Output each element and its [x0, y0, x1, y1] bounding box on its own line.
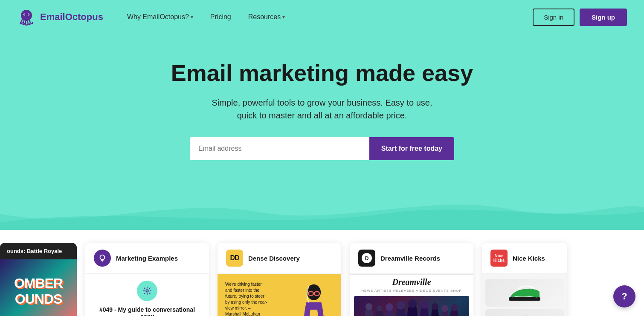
- card-body: #049 - My guide to conversational copy (…: [85, 274, 209, 316]
- chevron-down-icon: ▾: [282, 14, 285, 20]
- svg-point-32: [451, 304, 458, 311]
- article-title: #049 - My guide to conversational copy: [94, 306, 200, 316]
- shoe-icon-2: [505, 311, 544, 316]
- svg-point-30: [441, 305, 448, 312]
- svg-text:D: D: [365, 256, 369, 261]
- card-header: NiceKicks Nice Kicks: [482, 243, 567, 274]
- card-name: ounds: Battle Royale: [0, 243, 77, 259]
- hero-title: Email marketing made easy: [9, 60, 635, 86]
- card-logo: D: [358, 250, 375, 267]
- article-icon: [137, 281, 157, 301]
- nav-resources[interactable]: Resources ▾: [241, 10, 292, 24]
- hero-wave: [0, 188, 644, 230]
- svg-point-0: [21, 10, 32, 21]
- group-photo: [360, 298, 463, 316]
- svg-rect-33: [509, 297, 540, 301]
- website-nav: NEWS ARTISTS RELEASES VIDEOS EVENTS SHOP: [354, 289, 469, 293]
- signin-button[interactable]: Sign in: [533, 9, 574, 26]
- help-button[interactable]: ?: [613, 285, 635, 307]
- card-logo: NiceKicks: [490, 250, 508, 267]
- website-title: Dreamville: [354, 277, 469, 287]
- list-item: NiceKicks Nice Kicks: [482, 243, 567, 316]
- card-name: Marketing Examples: [116, 255, 178, 262]
- list-item: Marketing Examples #049 - My guide to co…: [85, 243, 209, 316]
- chevron-down-icon: ▾: [191, 14, 193, 20]
- signup-button[interactable]: Sign up: [580, 9, 627, 26]
- svg-point-28: [432, 303, 438, 310]
- cards-track: ounds: Battle Royale OMBEROUNDS: [0, 243, 644, 316]
- hero-subtitle: Simple, powerful tools to grow your busi…: [203, 96, 441, 122]
- logo-text: EmailOctopus: [40, 11, 103, 23]
- settings-icon: [142, 286, 152, 296]
- card-header: Marketing Examples: [85, 243, 209, 274]
- navigation: EmailOctopus Why EmailOctopus? ▾ Pricing…: [0, 0, 644, 34]
- nav-actions: Sign in Sign up: [533, 9, 627, 26]
- hero-form: Start for free today: [190, 137, 454, 160]
- card-image: OMBEROUNDS: [0, 259, 77, 316]
- website-mockup: Dreamville NEWS ARTISTS RELEASES VIDEOS …: [350, 275, 473, 316]
- svg-point-20: [386, 303, 393, 311]
- cards-section: ounds: Battle Royale OMBEROUNDS: [0, 230, 644, 316]
- svg-point-22: [397, 301, 405, 310]
- card-header: DD Dense Discovery: [218, 243, 341, 274]
- svg-point-5: [100, 255, 105, 260]
- list-item: ounds: Battle Royale OMBEROUNDS: [0, 243, 77, 316]
- card-name: Dense Discovery: [248, 255, 300, 262]
- bulb-icon: [98, 253, 107, 263]
- list-item: D Dreamville Records Dreamville NEWS ART…: [350, 243, 473, 316]
- logo-link[interactable]: EmailOctopus: [17, 8, 103, 26]
- svg-point-26: [421, 301, 428, 309]
- svg-point-24: [408, 299, 417, 308]
- svg-point-16: [366, 303, 372, 310]
- silhouette-icon: [290, 282, 333, 316]
- card-image: We're driving faster and faster into the…: [218, 274, 341, 316]
- card-image: [482, 274, 567, 316]
- card-logo: DD: [226, 250, 243, 267]
- hero-section: Email marketing made easy Simple, powerf…: [0, 34, 644, 230]
- list-item: DD Dense Discovery We're driving faster …: [218, 243, 341, 316]
- dreamville-logo-icon: D: [361, 252, 373, 264]
- card-header: D Dreamville Records: [350, 243, 473, 274]
- svg-point-3: [24, 14, 25, 15]
- card-logo: [94, 250, 111, 267]
- card-name: Dreamville Records: [380, 255, 440, 262]
- svg-point-4: [28, 14, 29, 15]
- cta-button[interactable]: Start for free today: [369, 137, 454, 160]
- nav-links: Why EmailOctopus? ▾ Pricing Resources ▾: [120, 10, 533, 24]
- logo-icon: [17, 8, 36, 26]
- card-image: Dreamville NEWS ARTISTS RELEASES VIDEOS …: [350, 274, 473, 316]
- nav-pricing[interactable]: Pricing: [203, 10, 238, 24]
- nav-why[interactable]: Why EmailOctopus? ▾: [120, 10, 200, 24]
- card-quote: We're driving faster and faster into the…: [221, 277, 272, 316]
- card-name: Nice Kicks: [513, 255, 545, 262]
- email-input[interactable]: [190, 137, 369, 160]
- shoe-icon: [505, 281, 544, 305]
- svg-point-6: [146, 290, 148, 292]
- svg-point-18: [377, 305, 383, 311]
